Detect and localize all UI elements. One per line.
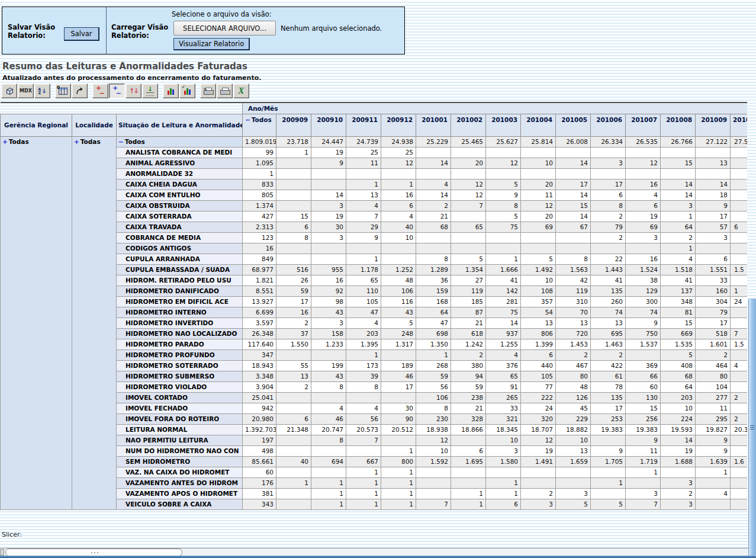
row-label[interactable]: LEITURA NORMAL: [117, 424, 243, 435]
pivot-cell: 1.453: [556, 339, 591, 349]
row-label[interactable]: HIDROMETRO INTERNO: [117, 307, 243, 318]
row-label[interactable]: CAIXA TRAVADA: [117, 222, 243, 232]
pivot-cell: 5: [556, 499, 591, 509]
pivot-cell: 33: [696, 275, 731, 286]
pivot-cell: 1: [661, 243, 696, 254]
pivot-cell: 13: [556, 445, 591, 456]
row-label[interactable]: COBRANCA DE MEDIA: [117, 232, 243, 243]
row-label[interactable]: NAO PERMITIU LEITURA: [117, 435, 243, 445]
show-chart-button[interactable]: [163, 84, 179, 98]
pivot-cell: 123: [243, 232, 276, 243]
swap-axes-button[interactable]: [72, 84, 88, 98]
row-label[interactable]: IMOVEL FORA DO ROTEIRO: [117, 413, 243, 424]
pivot-cell: 518: [696, 328, 731, 339]
print-pdf-button[interactable]: [217, 84, 233, 98]
row-label[interactable]: HIDROMETRO PARADO: [117, 339, 243, 349]
pivot-cell: 1.492: [521, 264, 556, 275]
row-label[interactable]: ANIMAL AGRESSIVO: [117, 158, 243, 168]
localidade-member-cell[interactable]: +Todas: [72, 136, 117, 509]
horizontal-scrollbar[interactable]: [0, 548, 756, 556]
show-spans-button[interactable]: +−: [109, 84, 125, 98]
expand-icon[interactable]: +: [74, 138, 79, 145]
pivot-cell: 5: [661, 349, 696, 360]
row-label[interactable]: CODIGOS ANTIGOS: [117, 243, 243, 254]
suppress-empty-button[interactable]: ↑↓: [126, 84, 141, 98]
row-label[interactable]: CAIXA SOTERRADA: [117, 211, 243, 222]
pivot-cell: 15: [276, 211, 311, 222]
pivot-cell: 22: [591, 254, 626, 264]
row-label[interactable]: HIDROMETRO SUBMERSO: [117, 371, 243, 381]
pivot-cell: 26.535: [626, 136, 661, 147]
pivot-cell: [556, 168, 591, 179]
pivot-cell: 268: [416, 360, 451, 371]
row-label[interactable]: CUPULA EMBASSADA / SUADA: [117, 264, 243, 275]
row-label[interactable]: IMOVEL CORTADO: [117, 392, 243, 403]
row-label[interactable]: VAZAMENTO ANTES DO HIDROM: [117, 477, 243, 488]
show-parent-members-button[interactable]: 0: [55, 84, 71, 98]
export-excel-button[interactable]: X: [233, 84, 249, 98]
row-label[interactable]: HIDROMETRO NAO LOCALIZADO: [117, 328, 243, 339]
vertical-scrollbar[interactable]: [748, 299, 756, 556]
pivot-cell: 67: [556, 222, 591, 232]
row-label[interactable]: HIDROMETRO INVERTIDO: [117, 318, 243, 328]
row-label[interactable]: −Todos: [117, 136, 243, 147]
pivot-cell: 6: [276, 222, 311, 232]
pivot-cell: 1: [416, 349, 451, 360]
pivot-cell: 1: [381, 445, 416, 456]
row-label[interactable]: HIDROM. RETIRADO PELO USU: [117, 275, 243, 286]
row-label[interactable]: VEICULO SOBRE A CAIXA: [117, 499, 243, 509]
pivot-cell: 75: [486, 222, 521, 232]
drill-through-button[interactable]: ↓: [142, 84, 158, 98]
pivot-cell: 60: [626, 381, 661, 392]
expand-icon[interactable]: +: [2, 138, 8, 145]
row-label[interactable]: HIDROMETRO PROFUNDO: [117, 349, 243, 360]
select-file-button[interactable]: SELECIONAR ARQUIVO...: [173, 21, 276, 36]
row-label[interactable]: HIDROMETRO VIOLADO: [117, 381, 243, 392]
excel-icon: X: [238, 86, 244, 96]
pivot-cell: 64: [661, 381, 696, 392]
olap-navigator-button[interactable]: [1, 84, 17, 98]
pivot-cell: 19: [521, 445, 556, 456]
row-label[interactable]: CAIXA CHEIA DAGUA: [117, 179, 243, 190]
pivot-cell: 12: [451, 179, 486, 190]
collapse-icon[interactable]: −: [245, 116, 250, 123]
gerencia-member-cell[interactable]: +Todas: [1, 136, 72, 509]
pivot-cell: 11: [346, 158, 381, 168]
view-report-button[interactable]: Visualizar Relatorio: [173, 38, 250, 50]
mdx-editor-button[interactable]: MDX: [18, 84, 34, 98]
pivot-cell: 1.5: [731, 264, 747, 275]
row-label[interactable]: NUM DO HIDROMETRO NAO CON: [117, 445, 243, 456]
pivot-cell: 695: [591, 328, 626, 339]
column-header-todos[interactable]: −Todos: [243, 114, 276, 136]
pivot-cell: 16: [381, 190, 416, 200]
row-label[interactable]: CUPULA ARRANHADA: [117, 254, 243, 264]
sort-button[interactable]: AZ↓: [34, 84, 50, 98]
pivot-cell: [276, 243, 311, 254]
row-label[interactable]: VAZ. NA CAIXA DO HIDROMET: [117, 467, 243, 477]
save-button[interactable]: Salvar: [64, 27, 99, 41]
row-label[interactable]: SEM HIDROMETRO: [117, 456, 243, 467]
row-label[interactable]: IMOVEL FECHADO: [117, 403, 243, 413]
pivot-cell: 55: [276, 360, 311, 371]
pivot-cell: [276, 179, 311, 190]
print-config-button[interactable]: ✎: [200, 84, 216, 98]
pivot-cell: 357: [521, 296, 556, 307]
row-label[interactable]: HIDROMETRO DANIFICADO: [117, 286, 243, 296]
pivot-cell: 59: [451, 381, 486, 392]
hide-spans-button[interactable]: +−: [92, 84, 108, 98]
pivot-cell: 64: [661, 222, 696, 232]
pivot-cell: 13: [556, 318, 591, 328]
row-label[interactable]: CAIXA OBSTRUIDA: [117, 200, 243, 211]
pivot-cell: 104: [696, 381, 731, 392]
pivot-cell: 1: [626, 467, 661, 477]
row-label[interactable]: HIDROMETRO EM DIFICIL ACE: [117, 296, 243, 307]
row-label[interactable]: VAZAMENTO APOS O HIDROMET: [117, 488, 243, 499]
row-label[interactable]: ANORMALIDADE 32: [117, 168, 243, 179]
chart-config-button[interactable]: ✓: [179, 84, 195, 98]
row-label[interactable]: HIDROMETRO SOTERRADO: [117, 360, 243, 371]
collapse-icon[interactable]: −: [118, 138, 124, 145]
row-label[interactable]: CAIXA COM ENTULHO: [117, 190, 243, 200]
scroll-left-button[interactable]: [0, 549, 4, 556]
row-label[interactable]: ANALISTA COBRANCA DE MEDI: [117, 147, 243, 158]
pivot-cell: 10: [381, 232, 416, 243]
